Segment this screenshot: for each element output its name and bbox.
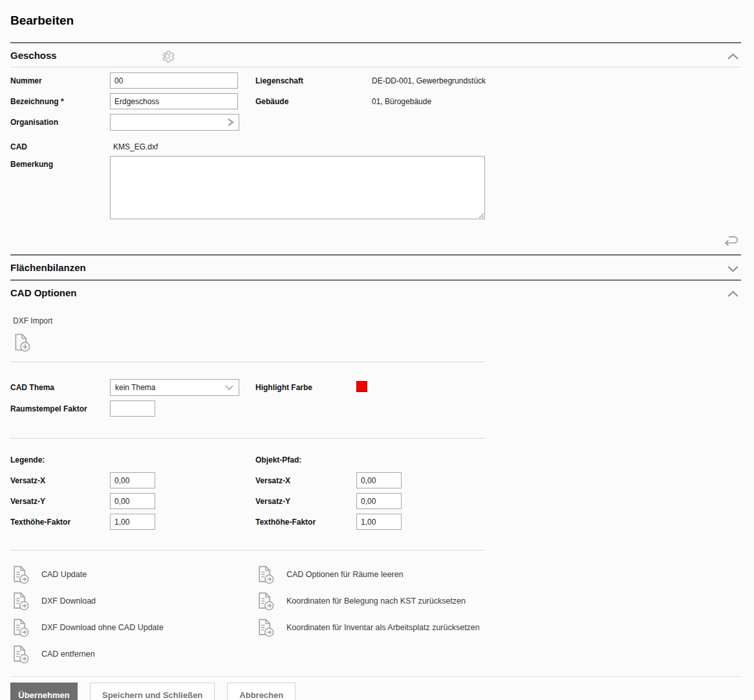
liegenschaft-value: DE-DD-001, Gewerbegrundstück xyxy=(372,72,486,85)
action-label: Koordinaten für Belegung nach KST zurück… xyxy=(286,596,466,606)
organisation-label: Organisation xyxy=(10,114,110,127)
action-cad-optionen-fuer-raeume-leeren[interactable]: CAD Optionen für Räume leeren xyxy=(255,561,501,587)
legende-title: Legende: xyxy=(10,455,255,465)
action-label: Koordinaten für Inventar als Arbeitsplat… xyxy=(286,623,480,632)
gebaeude-label: Gebäude xyxy=(255,93,372,106)
raumstempel-faktor-input[interactable] xyxy=(110,400,155,417)
geschoss-form: Nummer Liegenschaft DE-DD-001, Gewerbegr… xyxy=(10,67,741,254)
gear-icon[interactable] xyxy=(159,48,176,67)
legende-versatz-x-input[interactable] xyxy=(110,472,155,488)
action-label: DXF Download xyxy=(41,596,96,606)
action-dxf-download-ohne-cad-update[interactable]: DXF Download ohne CAD Update xyxy=(10,614,255,640)
objekt-pfad-versatz-y-label: Versatz-Y xyxy=(255,493,356,509)
collapse-geschoss-chevron-up-icon[interactable] xyxy=(727,51,739,63)
action-dxf-download[interactable]: DXF Download xyxy=(10,587,255,614)
bemerkung-label: Bemerkung xyxy=(10,156,110,169)
document-action-icon xyxy=(255,564,275,584)
document-action-icon xyxy=(255,591,275,611)
raumstempel-faktor-label: Raumstempel Faktor xyxy=(10,400,110,413)
action-label: CAD Optionen für Räume leeren xyxy=(286,570,404,579)
objekt-pfad-versatz-x-input[interactable] xyxy=(356,472,402,488)
document-action-icon xyxy=(10,591,30,611)
document-action-icon xyxy=(10,564,30,584)
legende-versatz-y-input[interactable] xyxy=(110,493,155,509)
action-cad-entfernen[interactable]: CAD entfernen xyxy=(10,640,255,667)
section-title-flaechenbilanzen: Flächenbilanzen xyxy=(10,262,86,273)
collapse-cad-optionen-chevron-up-icon[interactable] xyxy=(727,289,739,300)
edit-dialog: Bearbeiten Geschoss Nummer Liegenschaft … xyxy=(0,0,754,700)
dxf-import-label: DXF Import xyxy=(10,311,741,332)
action-koordinaten-inventar-arbeitsplatz-zuruecksetzen[interactable]: Koordinaten für Inventar als Arbeitsplat… xyxy=(255,614,501,640)
speichern-und-schliessen-button[interactable]: Speichern und Schließen xyxy=(90,683,215,700)
select-chevron-down-icon xyxy=(224,384,234,391)
section-title-cad-optionen: CAD Optionen xyxy=(10,287,77,298)
nummer-label: Nummer xyxy=(10,72,110,85)
objekt-pfad-texthoehe-faktor-label: Texthöhe-Faktor xyxy=(255,514,356,530)
bemerkung-textarea[interactable] xyxy=(110,156,485,219)
objekt-pfad-title: Objekt-Pfad: xyxy=(255,455,301,465)
objekt-pfad-versatz-x-label: Versatz-X xyxy=(255,472,356,488)
action-label: CAD entfernen xyxy=(41,650,95,659)
document-action-icon xyxy=(10,617,30,637)
action-label: CAD Update xyxy=(41,570,87,579)
chevron-right-icon xyxy=(226,118,235,127)
section-header-geschoss[interactable]: Geschoss xyxy=(10,42,741,67)
cad-label: CAD xyxy=(10,138,110,151)
expand-flaechenbilanzen-chevron-down-icon[interactable] xyxy=(727,263,739,275)
cad-filename: KMS_EG.dxf xyxy=(110,138,158,151)
liegenschaft-label: Liegenschaft xyxy=(255,72,372,85)
undo-icon[interactable] xyxy=(723,235,739,249)
gebaeude-value: 01, Bürogebäude xyxy=(372,93,431,106)
cad-optionen-content: DXF Import CAD Thema kein Thema Highligh… xyxy=(10,305,741,667)
legende-texthoehe-faktor-input[interactable] xyxy=(110,514,155,530)
bezeichnung-label: Bezeichnung * xyxy=(10,93,110,106)
dxf-import-icon[interactable] xyxy=(12,332,34,354)
abbrechen-button[interactable]: Abbrechen xyxy=(227,683,296,700)
section-title-geschoss: Geschoss xyxy=(10,50,57,61)
section-header-flaechenbilanzen[interactable]: Flächenbilanzen xyxy=(10,254,741,279)
footer-buttons: Übernehmen Speichern und Schließen Abbre… xyxy=(10,677,741,700)
objekt-pfad-texthoehe-faktor-input[interactable] xyxy=(356,514,402,530)
document-action-icon xyxy=(255,617,275,637)
uebernehmen-button[interactable]: Übernehmen xyxy=(10,683,78,700)
highlight-farbe-label: Highlight Farbe xyxy=(255,379,356,392)
bezeichnung-input[interactable] xyxy=(110,93,238,109)
action-label: DXF Download ohne CAD Update xyxy=(41,623,164,632)
action-koordinaten-belegung-kst-zuruecksetzen[interactable]: Koordinaten für Belegung nach KST zurück… xyxy=(255,587,501,614)
objekt-pfad-versatz-y-input[interactable] xyxy=(356,493,402,509)
page-title: Bearbeiten xyxy=(10,0,741,42)
organisation-picker[interactable] xyxy=(110,114,239,131)
cad-thema-selected-value: kein Thema xyxy=(115,383,155,392)
cad-thema-select[interactable]: kein Thema xyxy=(110,379,239,396)
nummer-input[interactable] xyxy=(110,72,238,89)
action-cad-update[interactable]: CAD Update xyxy=(10,561,255,587)
legende-texthoehe-faktor-label: Texthöhe-Faktor xyxy=(10,514,110,527)
document-action-icon xyxy=(10,644,30,664)
legende-versatz-y-label: Versatz-Y xyxy=(10,493,110,506)
divider xyxy=(10,550,485,551)
legende-versatz-x-label: Versatz-X xyxy=(10,472,110,485)
section-header-cad-optionen[interactable]: CAD Optionen xyxy=(10,279,741,305)
cad-thema-label: CAD Thema xyxy=(10,379,110,392)
highlight-color-swatch[interactable] xyxy=(356,381,367,392)
